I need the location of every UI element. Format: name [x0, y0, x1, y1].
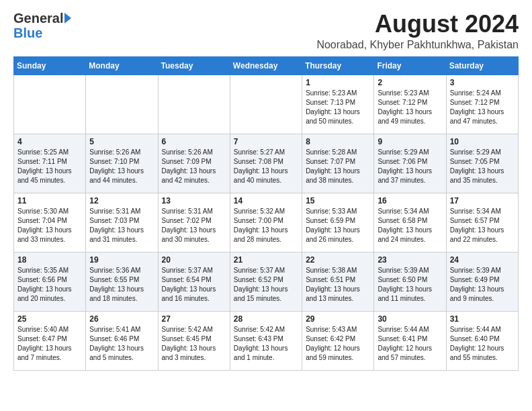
day-cell	[86, 75, 158, 134]
calendar-header: SundayMondayTuesdayWednesdayThursdayFrid…	[14, 56, 519, 75]
day-number: 16	[378, 196, 442, 205]
day-number: 13	[162, 196, 226, 205]
page-subtitle: Noorabad, Khyber Pakhtunkhwa, Pakistan	[316, 39, 519, 51]
header-row: SundayMondayTuesdayWednesdayThursdayFrid…	[14, 56, 519, 75]
day-number: 2	[378, 78, 442, 87]
day-info: Sunrise: 5:26 AM Sunset: 7:09 PM Dayligh…	[162, 148, 216, 184]
day-number: 25	[17, 314, 82, 324]
calendar-table: SundayMondayTuesdayWednesdayThursdayFrid…	[13, 56, 519, 371]
title-block: August 2024 Noorabad, Khyber Pakhtunkhwa…	[316, 11, 519, 51]
day-info: Sunrise: 5:39 AM Sunset: 6:50 PM Dayligh…	[378, 267, 432, 302]
day-info: Sunrise: 5:38 AM Sunset: 6:51 PM Dayligh…	[306, 267, 360, 302]
col-header-tuesday: Tuesday	[158, 56, 230, 75]
day-cell: 2Sunrise: 5:23 AM Sunset: 7:12 PM Daylig…	[374, 75, 446, 134]
day-info: Sunrise: 5:36 AM Sunset: 6:55 PM Dayligh…	[89, 267, 144, 302]
week-row-3: 11Sunrise: 5:30 AM Sunset: 7:04 PM Dayli…	[14, 193, 519, 252]
day-cell: 3Sunrise: 5:24 AM Sunset: 7:12 PM Daylig…	[446, 75, 518, 134]
day-cell: 25Sunrise: 5:40 AM Sunset: 6:47 PM Dayli…	[14, 311, 86, 370]
day-cell: 7Sunrise: 5:27 AM Sunset: 7:08 PM Daylig…	[230, 134, 302, 193]
day-info: Sunrise: 5:37 AM Sunset: 6:54 PM Dayligh…	[162, 267, 216, 302]
day-number: 7	[234, 137, 298, 146]
day-info: Sunrise: 5:44 AM Sunset: 6:41 PM Dayligh…	[378, 326, 432, 361]
calendar-body: 1Sunrise: 5:23 AM Sunset: 7:13 PM Daylig…	[14, 75, 519, 370]
col-header-thursday: Thursday	[302, 56, 374, 75]
day-cell: 18Sunrise: 5:35 AM Sunset: 6:56 PM Dayli…	[14, 252, 86, 311]
day-info: Sunrise: 5:42 AM Sunset: 6:45 PM Dayligh…	[162, 326, 216, 361]
day-number: 30	[378, 314, 442, 324]
day-cell: 29Sunrise: 5:43 AM Sunset: 6:42 PM Dayli…	[302, 311, 374, 370]
day-number: 15	[306, 196, 370, 205]
day-number: 28	[234, 314, 298, 324]
day-info: Sunrise: 5:44 AM Sunset: 6:40 PM Dayligh…	[450, 326, 504, 361]
day-number: 14	[234, 196, 298, 205]
page-title: August 2024	[316, 11, 519, 38]
day-cell: 11Sunrise: 5:30 AM Sunset: 7:04 PM Dayli…	[14, 193, 86, 252]
day-info: Sunrise: 5:28 AM Sunset: 7:07 PM Dayligh…	[306, 148, 360, 184]
day-number: 31	[450, 314, 515, 324]
day-info: Sunrise: 5:25 AM Sunset: 7:11 PM Dayligh…	[17, 148, 72, 184]
day-cell: 8Sunrise: 5:28 AM Sunset: 7:07 PM Daylig…	[302, 134, 374, 193]
day-number: 24	[450, 255, 515, 265]
day-number: 17	[450, 196, 515, 205]
day-number: 21	[234, 255, 298, 265]
day-number: 29	[306, 314, 370, 324]
day-cell: 24Sunrise: 5:39 AM Sunset: 6:49 PM Dayli…	[446, 252, 518, 311]
week-row-1: 1Sunrise: 5:23 AM Sunset: 7:13 PM Daylig…	[14, 75, 519, 134]
week-row-5: 25Sunrise: 5:40 AM Sunset: 6:47 PM Dayli…	[14, 311, 519, 370]
day-info: Sunrise: 5:29 AM Sunset: 7:06 PM Dayligh…	[378, 148, 432, 184]
day-number: 5	[89, 137, 154, 146]
day-info: Sunrise: 5:24 AM Sunset: 7:12 PM Dayligh…	[450, 89, 504, 125]
day-cell: 22Sunrise: 5:38 AM Sunset: 6:51 PM Dayli…	[302, 252, 374, 311]
day-info: Sunrise: 5:29 AM Sunset: 7:05 PM Dayligh…	[450, 148, 504, 184]
day-info: Sunrise: 5:34 AM Sunset: 6:57 PM Dayligh…	[450, 208, 504, 243]
col-header-wednesday: Wednesday	[230, 56, 302, 75]
day-cell: 12Sunrise: 5:31 AM Sunset: 7:03 PM Dayli…	[86, 193, 158, 252]
day-number: 18	[17, 255, 82, 265]
col-header-friday: Friday	[374, 56, 446, 75]
day-info: Sunrise: 5:33 AM Sunset: 6:59 PM Dayligh…	[306, 208, 360, 243]
day-number: 11	[17, 196, 82, 205]
day-cell: 30Sunrise: 5:44 AM Sunset: 6:41 PM Dayli…	[374, 311, 446, 370]
day-info: Sunrise: 5:39 AM Sunset: 6:49 PM Dayligh…	[450, 267, 504, 302]
day-cell: 16Sunrise: 5:34 AM Sunset: 6:58 PM Dayli…	[374, 193, 446, 252]
day-number: 22	[306, 255, 370, 265]
day-number: 6	[162, 137, 226, 146]
day-cell	[14, 75, 86, 134]
logo-icon	[64, 13, 71, 24]
day-number: 20	[162, 255, 226, 265]
day-info: Sunrise: 5:31 AM Sunset: 7:02 PM Dayligh…	[162, 208, 216, 243]
day-info: Sunrise: 5:42 AM Sunset: 6:43 PM Dayligh…	[234, 326, 288, 361]
day-info: Sunrise: 5:40 AM Sunset: 6:47 PM Dayligh…	[17, 326, 72, 361]
day-cell: 23Sunrise: 5:39 AM Sunset: 6:50 PM Dayli…	[374, 252, 446, 311]
day-cell: 19Sunrise: 5:36 AM Sunset: 6:55 PM Dayli…	[86, 252, 158, 311]
day-number: 23	[378, 255, 442, 265]
day-cell: 17Sunrise: 5:34 AM Sunset: 6:57 PM Dayli…	[446, 193, 518, 252]
day-info: Sunrise: 5:23 AM Sunset: 7:12 PM Dayligh…	[378, 89, 432, 125]
day-info: Sunrise: 5:30 AM Sunset: 7:04 PM Dayligh…	[17, 208, 72, 243]
day-cell: 31Sunrise: 5:44 AM Sunset: 6:40 PM Dayli…	[446, 311, 518, 370]
day-number: 1	[306, 78, 370, 87]
week-row-4: 18Sunrise: 5:35 AM Sunset: 6:56 PM Dayli…	[14, 252, 519, 311]
day-number: 10	[450, 137, 515, 146]
day-info: Sunrise: 5:35 AM Sunset: 6:56 PM Dayligh…	[17, 267, 72, 302]
day-number: 27	[162, 314, 226, 324]
day-cell: 10Sunrise: 5:29 AM Sunset: 7:05 PM Dayli…	[446, 134, 518, 193]
day-info: Sunrise: 5:37 AM Sunset: 6:52 PM Dayligh…	[234, 267, 288, 302]
day-cell: 9Sunrise: 5:29 AM Sunset: 7:06 PM Daylig…	[374, 134, 446, 193]
col-header-monday: Monday	[86, 56, 158, 75]
day-cell: 6Sunrise: 5:26 AM Sunset: 7:09 PM Daylig…	[158, 134, 230, 193]
day-cell: 28Sunrise: 5:42 AM Sunset: 6:43 PM Dayli…	[230, 311, 302, 370]
logo-blue: Blue	[13, 26, 71, 40]
day-cell: 20Sunrise: 5:37 AM Sunset: 6:54 PM Dayli…	[158, 252, 230, 311]
day-info: Sunrise: 5:43 AM Sunset: 6:42 PM Dayligh…	[306, 326, 360, 361]
day-cell: 5Sunrise: 5:26 AM Sunset: 7:10 PM Daylig…	[86, 134, 158, 193]
day-cell: 4Sunrise: 5:25 AM Sunset: 7:11 PM Daylig…	[14, 134, 86, 193]
day-info: Sunrise: 5:26 AM Sunset: 7:10 PM Dayligh…	[89, 148, 144, 184]
day-cell: 27Sunrise: 5:42 AM Sunset: 6:45 PM Dayli…	[158, 311, 230, 370]
day-cell: 14Sunrise: 5:32 AM Sunset: 7:00 PM Dayli…	[230, 193, 302, 252]
day-info: Sunrise: 5:32 AM Sunset: 7:00 PM Dayligh…	[234, 208, 288, 243]
day-cell: 15Sunrise: 5:33 AM Sunset: 6:59 PM Dayli…	[302, 193, 374, 252]
day-info: Sunrise: 5:27 AM Sunset: 7:08 PM Dayligh…	[234, 148, 288, 184]
day-info: Sunrise: 5:34 AM Sunset: 6:58 PM Dayligh…	[378, 208, 432, 243]
logo-general: General	[13, 11, 63, 26]
